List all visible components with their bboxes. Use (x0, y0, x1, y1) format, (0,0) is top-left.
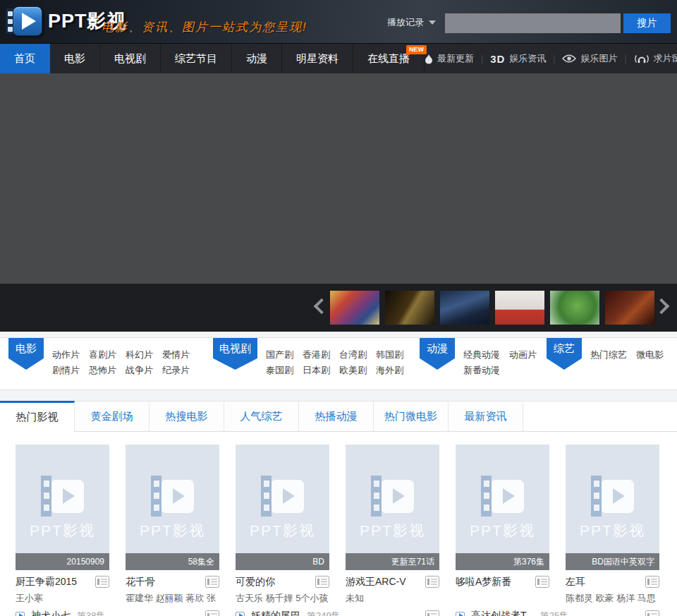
divider: | (624, 54, 626, 64)
poster-badge: 更新至71话 (346, 553, 439, 570)
category-link[interactable]: 微电影 (636, 347, 664, 363)
tab-latest-news[interactable]: 最新资讯 (449, 401, 523, 432)
carousel-thumb-variety-people[interactable] (495, 291, 544, 325)
card-actors: 陈都灵 欧豪 杨洋 马思 (566, 592, 659, 603)
ent-news-link[interactable]: 3D 娱乐资讯 (490, 52, 546, 65)
poster-placeholder[interactable]: PPT影视 20150909 (16, 445, 109, 570)
nav-item-tv-series[interactable]: 电视剧 (100, 44, 161, 73)
request-board-link[interactable]: 求片留言 (634, 52, 677, 65)
movie-card[interactable]: PPT影视 58集全 花千骨 霍建华 赵丽颖 蒋欣 张 (126, 445, 219, 603)
category-strip: 电影 动作片 喜剧片 科幻片 爱情片 剧情片 恐怖片 战争片 纪录片 电视剧 国… (0, 337, 677, 390)
detail-list-icon[interactable] (645, 610, 659, 616)
category-link[interactable]: 海外剧 (376, 363, 403, 378)
card-actors: 未知 (346, 592, 439, 603)
category-link[interactable]: 热门综艺 (590, 347, 627, 363)
category-link[interactable]: 日本剧 (303, 363, 330, 378)
carousel-thumbnails (330, 291, 654, 325)
carousel-next-arrow-icon[interactable] (656, 301, 669, 313)
card-actors: 王小寒 (16, 592, 109, 603)
movie-card[interactable]: PPT影视 20150909 厨王争霸2015 王小寒 (16, 445, 109, 603)
detail-list-icon[interactable] (315, 576, 329, 588)
episode-item[interactable]: 高达创战者T... 第25集 (456, 610, 659, 616)
poster-placeholder[interactable]: PPT影视 58集全 (126, 445, 219, 570)
tab-popular-variety[interactable]: 人气综艺 (224, 401, 299, 432)
nav-item-anime[interactable]: 动漫 (232, 44, 282, 73)
poster-watermark: PPT影视 (346, 521, 439, 540)
category-link[interactable]: 国产剧 (266, 347, 293, 363)
play-icon (236, 612, 245, 616)
nav-item-movies[interactable]: 电影 (50, 44, 100, 73)
headphones-icon (634, 54, 649, 64)
nav-item-live[interactable]: 在线直播 NEW (353, 44, 425, 73)
detail-list-icon[interactable] (425, 576, 439, 588)
play-history-dropdown[interactable]: 播放记录 (387, 16, 436, 29)
movie-card[interactable]: PPT影视 第376集 哆啦A梦新番 (456, 445, 549, 603)
search-input[interactable] (445, 13, 621, 33)
category-link[interactable]: 剧情片 (52, 363, 80, 378)
carousel-thumb-kuiba-3[interactable] (385, 291, 434, 325)
detail-list-icon[interactable] (205, 610, 219, 616)
card-title[interactable]: 哆啦A梦新番 (456, 576, 511, 588)
category-link[interactable]: 爱情片 (162, 347, 190, 363)
category-link[interactable]: 动画片 (509, 347, 537, 363)
category-link[interactable]: 经典动漫 (463, 347, 500, 363)
tab-hot-video[interactable]: 热门影视 (0, 401, 75, 432)
tabs-filler (523, 401, 677, 432)
detail-list-icon[interactable] (425, 610, 439, 616)
tab-hot-microfilm[interactable]: 热门微电影 (374, 401, 449, 432)
poster-placeholder[interactable]: PPT影视 BD国语中英双字 (566, 445, 659, 570)
movie-card[interactable]: PPT影视 BD 可爱的你 古天乐 杨千嬅 5个小孩 (236, 445, 329, 603)
category-link[interactable]: 新番动漫 (463, 363, 500, 378)
carousel-prev-arrow-icon[interactable] (313, 301, 326, 313)
latest-updates-link[interactable]: 最新更新 (425, 52, 474, 65)
category-link[interactable]: 香港剧 (303, 347, 330, 363)
category-link[interactable]: 纪录片 (162, 363, 190, 378)
tab-golden-theater[interactable]: 黄金剧场 (75, 401, 150, 432)
film-play-icon (346, 445, 439, 517)
nav-item-home[interactable]: 首页 (0, 44, 50, 73)
card-title[interactable]: 花千骨 (126, 576, 155, 588)
card-title[interactable]: 游戏王ARC-V (346, 576, 406, 588)
poster-placeholder[interactable]: PPT影视 BD (236, 445, 329, 570)
category-ribbon-variety[interactable]: 综艺 (547, 338, 582, 370)
category-ribbon-anime[interactable]: 动漫 (420, 338, 455, 370)
card-title[interactable]: 厨王争霸2015 (16, 576, 77, 588)
site-header: PPT影视 电影、资讯、图片一站式为您呈现! 播放记录 搜片 (0, 0, 677, 43)
category-link[interactable]: 战争片 (126, 363, 153, 378)
category-link[interactable]: 台湾剧 (339, 347, 367, 363)
carousel-thumb-anime-collage[interactable] (330, 291, 379, 325)
category-link[interactable]: 科幻片 (126, 347, 153, 363)
search-button[interactable]: 搜片 (623, 13, 671, 33)
episode-item[interactable]: 神犬小七 第38集 (16, 610, 219, 616)
nav-item-stars[interactable]: 明星资料 (282, 44, 353, 73)
category-link[interactable]: 欧美剧 (339, 363, 367, 378)
category-link[interactable]: 动作片 (52, 347, 80, 363)
carousel-thumb-dark-red-cartoon[interactable] (605, 291, 654, 325)
detail-list-icon[interactable] (205, 576, 219, 588)
nav-item-variety[interactable]: 综艺节目 (161, 44, 232, 73)
carousel-thumb-green-show[interactable] (550, 291, 599, 325)
detail-list-icon[interactable] (645, 576, 659, 588)
movie-card[interactable]: PPT影视 更新至71话 游戏王ARC-V 未知 (346, 445, 439, 603)
episode-item[interactable]: 妖精的尾巴 第249集 (236, 610, 439, 616)
tab-hot-search-movies[interactable]: 热搜电影 (150, 401, 224, 432)
category-ribbon-tv[interactable]: 电视剧 (213, 338, 257, 370)
category-link[interactable]: 喜剧片 (89, 347, 116, 363)
card-title[interactable]: 可爱的你 (236, 576, 275, 588)
poster-placeholder[interactable]: PPT影视 第376集 (456, 445, 549, 570)
poster-placeholder[interactable]: PPT影视 更新至71话 (346, 445, 439, 570)
category-ribbon-movie[interactable]: 电影 (8, 338, 44, 370)
detail-list-icon[interactable] (95, 576, 109, 588)
poster-watermark: PPT影视 (236, 521, 329, 540)
category-link[interactable]: 恐怖片 (89, 363, 116, 378)
poster-watermark: PPT影视 (456, 521, 549, 540)
category-link[interactable]: 泰国剧 (266, 363, 293, 378)
detail-list-icon[interactable] (535, 576, 549, 588)
ent-pics-link[interactable]: 娱乐图片 (562, 52, 617, 65)
category-link[interactable]: 韩国剧 (376, 347, 403, 363)
tab-hot-anime[interactable]: 热播动漫 (299, 401, 374, 432)
hot-video-panel: PPT影视 20150909 厨王争霸2015 王小寒 PPT影视 58集全 花… (0, 432, 677, 616)
movie-card[interactable]: PPT影视 BD国语中英双字 左耳 陈都灵 欧豪 杨洋 马思 (566, 445, 659, 603)
carousel-thumb-scifi-movie[interactable] (440, 291, 489, 325)
card-title[interactable]: 左耳 (566, 576, 585, 588)
